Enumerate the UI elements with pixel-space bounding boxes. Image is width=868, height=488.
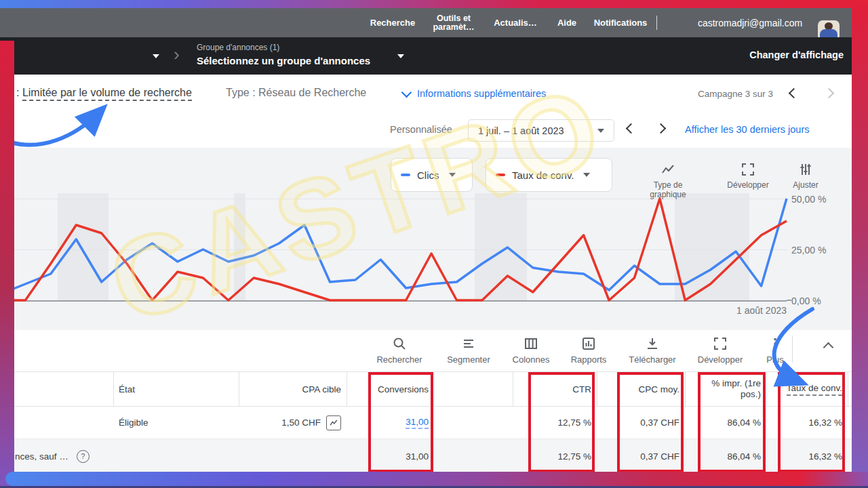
pager-next-icon[interactable] — [824, 88, 835, 99]
header-etat[interactable]: État — [113, 372, 239, 406]
highlight-box-impr — [698, 372, 766, 472]
header-cpa-cible[interactable]: CPA cible — [239, 372, 347, 406]
campaign-status[interactable]: : Limitée par le volume de recherche — [16, 87, 192, 99]
menu-aide-label: Aide — [557, 18, 576, 28]
campaign-pager-label: Campagne 3 sur 3 — [698, 89, 773, 99]
y-tick-25: 25,00 % — [791, 245, 852, 256]
date-range-caret-icon — [597, 129, 604, 133]
toolbar-search-button[interactable]: Rechercher — [367, 336, 432, 365]
campaign-dropdown-caret-icon[interactable] — [153, 54, 159, 58]
header-etat-label: État — [119, 384, 135, 394]
account-email-label: castromadjri@gmail.com — [698, 18, 802, 28]
frame-border-right — [852, 5, 868, 488]
help-icon[interactable]: ? — [77, 450, 90, 463]
fullscreen-icon — [740, 161, 756, 178]
toolbar-divider — [792, 336, 793, 363]
cell-etat: Éligible — [113, 407, 239, 439]
campaign-status-row: : Limitée par le volume de recherche Typ… — [0, 75, 868, 114]
reports-icon — [580, 336, 597, 352]
chart-type-label1: Type de — [654, 180, 683, 190]
y-tick-50: 50,00 % — [791, 194, 852, 205]
table-toolbar: Rechercher Segmenter Colonnes Rapports T… — [0, 330, 868, 370]
toolbar-reports-label: Rapports — [571, 354, 607, 365]
help-glyph: ? — [81, 452, 85, 460]
toolbar-download-label: Télécharger — [629, 354, 675, 365]
menu-notifications-label: Notifications — [594, 18, 648, 28]
breadcrumb-chevron-icon: › — [174, 44, 180, 65]
toolbar-more-button[interactable]: Plus — [743, 336, 808, 365]
more-info-link[interactable]: Informations supplémentaires — [403, 88, 546, 99]
ad-group-select-label: Sélectionnez un groupe d'annonces — [197, 55, 370, 66]
summary-name-label: nces, sauf … — [15, 451, 68, 462]
campaign-nav-bar: › Groupe d'annonces (1) Sélectionnez un … — [0, 37, 868, 75]
download-icon — [644, 336, 660, 352]
chart-type-button[interactable]: Type de graphique — [631, 161, 705, 199]
chart-adjust-label: Ajuster — [793, 180, 818, 190]
toolbar-expand-label: Développer — [698, 354, 743, 365]
menu-actualiser-label: Actualis… — [494, 18, 537, 28]
ad-group-selector[interactable]: Groupe d'annonces (1) Sélectionnez un gr… — [197, 43, 370, 66]
menu-outils-line2: paramèt… — [433, 23, 474, 32]
metric2-caret-icon — [583, 173, 590, 177]
menu-recherche-label: Recherche — [370, 18, 415, 28]
search-icon — [391, 336, 408, 352]
menu-outils-line1: Outils et — [437, 14, 471, 23]
change-view-button[interactable]: Changer d'affichage — [749, 49, 844, 60]
chart-adjust-button[interactable]: Ajuster — [768, 161, 843, 190]
frame-border-bottom — [5, 472, 868, 486]
menu-actualiser[interactable]: Actualis… — [492, 8, 539, 37]
date-range-selector[interactable]: 1 juil. – 1 août 2023 — [468, 119, 614, 142]
ad-group-dropdown-caret-icon[interactable] — [397, 54, 404, 58]
highlight-box-conversions — [368, 372, 433, 472]
date-range-type-label: Personnalisée — [390, 124, 452, 135]
line-chart-icon — [660, 161, 676, 178]
chart-type-label2: graphique — [650, 190, 686, 199]
toolbar-download-button[interactable]: Télécharger — [620, 336, 685, 365]
etat-value: Éligible — [119, 418, 149, 428]
status-value[interactable]: Limitée par le volume de recherche — [22, 87, 192, 101]
highlight-box-taux — [778, 372, 845, 472]
menu-notifications[interactable]: Notifications — [591, 8, 650, 37]
more-vertical-icon — [767, 336, 783, 352]
date-next-icon[interactable] — [656, 123, 667, 134]
tune-icon — [797, 161, 814, 178]
toolbar-columns-button[interactable]: Colonnes — [498, 336, 564, 365]
bid-chart-icon[interactable] — [326, 415, 341, 430]
toolbar-reports-button[interactable]: Rapports — [556, 336, 621, 365]
google-ads-screenshot: Recherche Outils et paramèt… Actualis… A… — [0, 0, 868, 488]
cell-cpa: 1,50 CHF — [239, 407, 347, 439]
chart-lines — [0, 193, 787, 302]
cpa-value: 1,50 CHF — [281, 418, 321, 428]
date-range-row: Personnalisée 1 juil. – 1 août 2023 Affi… — [0, 113, 868, 148]
toolbar-segment-button[interactable]: Segmenter — [436, 336, 501, 365]
summary-name: nces, sauf … ? — [0, 439, 113, 473]
metric1-dropdown[interactable]: Clics — [391, 158, 473, 192]
segment-icon — [460, 336, 477, 352]
account-email[interactable]: castromadjri@gmail.com — [692, 8, 808, 37]
metric2-dropdown[interactable]: Taux de conv. — [486, 158, 612, 192]
metric1-color-swatch — [401, 174, 410, 176]
chart-expand-label: Développer — [727, 180, 768, 190]
frame-border-left — [0, 41, 14, 488]
highlight-box-ctr — [528, 372, 595, 472]
header-cpa-label: CPA cible — [302, 384, 341, 394]
date-range-value: 1 juil. – 1 août 2023 — [478, 125, 564, 136]
columns-icon — [523, 336, 539, 352]
highlight-box-cpc — [617, 372, 684, 472]
date-prev-icon[interactable] — [626, 123, 637, 134]
show-last-30-days-link[interactable]: Afficher les 30 derniers jours — [685, 124, 810, 135]
campaign-type: Type : Réseau de Recherche — [226, 87, 366, 99]
metric2-label: Taux de conv. — [512, 169, 574, 181]
pager-prev-icon[interactable] — [789, 88, 800, 99]
toolbar-search-label: Rechercher — [376, 354, 422, 365]
menu-aide[interactable]: Aide — [555, 8, 579, 37]
menu-outils[interactable]: Outils et paramèt… — [427, 8, 480, 37]
metric2-color-swatch — [496, 174, 505, 176]
topbar-divider — [656, 16, 657, 30]
menu-recherche[interactable]: Recherche — [369, 8, 416, 37]
toolbar-more-label: Plus — [766, 354, 783, 365]
status-prefix: : — [16, 87, 19, 98]
x-axis-tick — [787, 300, 791, 301]
y-tick-0: 0,00 % — [791, 296, 852, 306]
collapse-table-icon[interactable] — [823, 342, 834, 353]
